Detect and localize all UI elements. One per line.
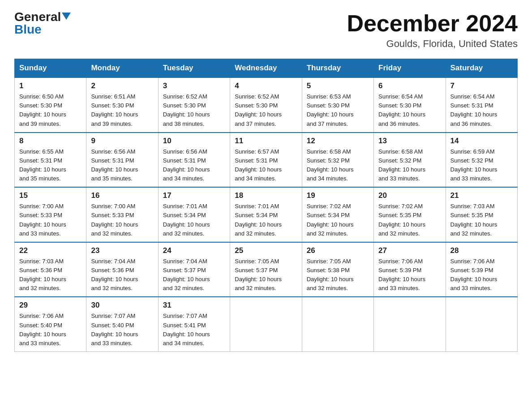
day-number: 2: [91, 81, 153, 90]
weekday-header-wednesday: Wednesday: [230, 59, 302, 78]
day-info: Sunrise: 6:56 AM Sunset: 5:31 PM Dayligh…: [91, 147, 153, 184]
day-number: 11: [235, 137, 297, 146]
day-info: Sunrise: 6:59 AM Sunset: 5:32 PM Dayligh…: [450, 147, 513, 184]
day-info: Sunrise: 6:57 AM Sunset: 5:31 PM Dayligh…: [235, 147, 297, 184]
day-number: 24: [163, 246, 225, 255]
calendar-day-30: 30Sunrise: 7:07 AM Sunset: 5:40 PM Dayli…: [86, 297, 158, 351]
day-info: Sunrise: 7:05 AM Sunset: 5:38 PM Dayligh…: [307, 257, 369, 293]
day-number: 21: [450, 191, 513, 200]
day-info: Sunrise: 7:00 AM Sunset: 5:33 PM Dayligh…: [91, 202, 153, 238]
calendar-week-row-3: 15Sunrise: 7:00 AM Sunset: 5:33 PM Dayli…: [15, 187, 518, 242]
day-number: 9: [91, 137, 153, 146]
calendar-day-8: 8Sunrise: 6:55 AM Sunset: 5:31 PM Daylig…: [15, 133, 86, 188]
day-info: Sunrise: 6:58 AM Sunset: 5:32 PM Dayligh…: [378, 147, 441, 184]
calendar-day-1: 1Sunrise: 6:50 AM Sunset: 5:30 PM Daylig…: [15, 77, 86, 133]
day-info: Sunrise: 7:04 AM Sunset: 5:36 PM Dayligh…: [91, 257, 153, 293]
day-info: Sunrise: 7:06 AM Sunset: 5:39 PM Dayligh…: [378, 257, 441, 293]
day-number: 7: [450, 81, 513, 90]
empty-cell: [446, 297, 517, 351]
day-number: 25: [235, 246, 297, 255]
calendar-day-6: 6Sunrise: 6:54 AM Sunset: 5:30 PM Daylig…: [374, 77, 446, 133]
calendar-day-23: 23Sunrise: 7:04 AM Sunset: 5:36 PM Dayli…: [86, 242, 158, 297]
day-number: 30: [91, 301, 153, 310]
calendar-table: SundayMondayTuesdayWednesdayThursdayFrid…: [14, 59, 518, 352]
day-info: Sunrise: 6:58 AM Sunset: 5:32 PM Dayligh…: [307, 147, 369, 184]
calendar-week-row-4: 22Sunrise: 7:03 AM Sunset: 5:36 PM Dayli…: [15, 242, 518, 297]
calendar-day-26: 26Sunrise: 7:05 AM Sunset: 5:38 PM Dayli…: [302, 242, 373, 297]
weekday-header-saturday: Saturday: [446, 59, 517, 78]
page-header: General Blue December 2024 Goulds, Flori…: [14, 11, 518, 50]
day-number: 10: [163, 137, 225, 146]
calendar-day-5: 5Sunrise: 6:53 AM Sunset: 5:30 PM Daylig…: [302, 77, 373, 133]
weekday-header-sunday: Sunday: [15, 59, 86, 78]
day-number: 27: [378, 246, 441, 255]
day-number: 17: [163, 191, 225, 200]
calendar-day-27: 27Sunrise: 7:06 AM Sunset: 5:39 PM Dayli…: [374, 242, 446, 297]
day-info: Sunrise: 6:50 AM Sunset: 5:30 PM Dayligh…: [19, 92, 82, 128]
calendar-day-13: 13Sunrise: 6:58 AM Sunset: 5:32 PM Dayli…: [374, 133, 446, 188]
calendar-day-29: 29Sunrise: 7:06 AM Sunset: 5:40 PM Dayli…: [15, 297, 86, 351]
day-info: Sunrise: 6:56 AM Sunset: 5:31 PM Dayligh…: [163, 147, 225, 184]
calendar-day-25: 25Sunrise: 7:05 AM Sunset: 5:37 PM Dayli…: [230, 242, 302, 297]
logo-blue-text: Blue: [14, 23, 42, 36]
day-number: 13: [378, 137, 441, 146]
calendar-day-15: 15Sunrise: 7:00 AM Sunset: 5:33 PM Dayli…: [15, 187, 86, 242]
calendar-day-9: 9Sunrise: 6:56 AM Sunset: 5:31 PM Daylig…: [86, 133, 158, 188]
day-info: Sunrise: 7:03 AM Sunset: 5:35 PM Dayligh…: [450, 202, 513, 238]
weekday-header-row: SundayMondayTuesdayWednesdayThursdayFrid…: [15, 59, 518, 78]
day-info: Sunrise: 6:52 AM Sunset: 5:30 PM Dayligh…: [235, 92, 297, 128]
title-block: December 2024 Goulds, Florida, United St…: [347, 11, 518, 50]
day-number: 28: [450, 246, 513, 255]
calendar-day-7: 7Sunrise: 6:54 AM Sunset: 5:31 PM Daylig…: [446, 77, 517, 133]
calendar-day-16: 16Sunrise: 7:00 AM Sunset: 5:33 PM Dayli…: [86, 187, 158, 242]
day-info: Sunrise: 6:52 AM Sunset: 5:30 PM Dayligh…: [163, 92, 225, 128]
day-number: 22: [19, 246, 82, 255]
day-info: Sunrise: 7:01 AM Sunset: 5:34 PM Dayligh…: [163, 202, 225, 238]
day-number: 1: [19, 81, 82, 90]
logo-triangle-icon: [62, 13, 71, 20]
day-number: 15: [19, 191, 82, 200]
day-info: Sunrise: 7:02 AM Sunset: 5:34 PM Dayligh…: [307, 202, 369, 238]
day-number: 4: [235, 81, 297, 90]
day-number: 26: [307, 246, 369, 255]
calendar-day-18: 18Sunrise: 7:01 AM Sunset: 5:34 PM Dayli…: [230, 187, 302, 242]
day-number: 19: [307, 191, 369, 200]
day-number: 14: [450, 137, 513, 146]
calendar-day-14: 14Sunrise: 6:59 AM Sunset: 5:32 PM Dayli…: [446, 133, 517, 188]
calendar-week-row-5: 29Sunrise: 7:06 AM Sunset: 5:40 PM Dayli…: [15, 297, 518, 351]
month-title: December 2024: [347, 11, 518, 36]
location-title: Goulds, Florida, United States: [347, 38, 518, 50]
weekday-header-monday: Monday: [86, 59, 158, 78]
day-number: 16: [91, 191, 153, 200]
day-info: Sunrise: 7:06 AM Sunset: 5:40 PM Dayligh…: [19, 312, 82, 348]
calendar-day-31: 31Sunrise: 7:07 AM Sunset: 5:41 PM Dayli…: [158, 297, 230, 351]
calendar-day-20: 20Sunrise: 7:02 AM Sunset: 5:35 PM Dayli…: [374, 187, 446, 242]
weekday-header-friday: Friday: [374, 59, 446, 78]
calendar-day-21: 21Sunrise: 7:03 AM Sunset: 5:35 PM Dayli…: [446, 187, 517, 242]
calendar-day-4: 4Sunrise: 6:52 AM Sunset: 5:30 PM Daylig…: [230, 77, 302, 133]
calendar-week-row-2: 8Sunrise: 6:55 AM Sunset: 5:31 PM Daylig…: [15, 133, 518, 188]
day-info: Sunrise: 7:04 AM Sunset: 5:37 PM Dayligh…: [163, 257, 225, 293]
day-number: 6: [378, 81, 441, 90]
day-info: Sunrise: 6:54 AM Sunset: 5:30 PM Dayligh…: [378, 92, 441, 128]
calendar-day-19: 19Sunrise: 7:02 AM Sunset: 5:34 PM Dayli…: [302, 187, 373, 242]
day-number: 20: [378, 191, 441, 200]
day-info: Sunrise: 6:55 AM Sunset: 5:31 PM Dayligh…: [19, 147, 82, 184]
day-info: Sunrise: 7:05 AM Sunset: 5:37 PM Dayligh…: [235, 257, 297, 293]
calendar-day-10: 10Sunrise: 6:56 AM Sunset: 5:31 PM Dayli…: [158, 133, 230, 188]
weekday-header-tuesday: Tuesday: [158, 59, 230, 78]
calendar-day-24: 24Sunrise: 7:04 AM Sunset: 5:37 PM Dayli…: [158, 242, 230, 297]
day-number: 29: [19, 301, 82, 310]
day-info: Sunrise: 7:07 AM Sunset: 5:40 PM Dayligh…: [91, 312, 153, 348]
empty-cell: [230, 297, 302, 351]
calendar-day-11: 11Sunrise: 6:57 AM Sunset: 5:31 PM Dayli…: [230, 133, 302, 188]
day-info: Sunrise: 6:53 AM Sunset: 5:30 PM Dayligh…: [307, 92, 369, 128]
day-number: 8: [19, 137, 82, 146]
calendar-day-3: 3Sunrise: 6:52 AM Sunset: 5:30 PM Daylig…: [158, 77, 230, 133]
calendar-day-28: 28Sunrise: 7:06 AM Sunset: 5:39 PM Dayli…: [446, 242, 517, 297]
day-info: Sunrise: 7:03 AM Sunset: 5:36 PM Dayligh…: [19, 257, 82, 293]
weekday-header-thursday: Thursday: [302, 59, 373, 78]
calendar-day-2: 2Sunrise: 6:51 AM Sunset: 5:30 PM Daylig…: [86, 77, 158, 133]
day-info: Sunrise: 7:02 AM Sunset: 5:35 PM Dayligh…: [378, 202, 441, 238]
day-info: Sunrise: 6:51 AM Sunset: 5:30 PM Dayligh…: [91, 92, 153, 128]
